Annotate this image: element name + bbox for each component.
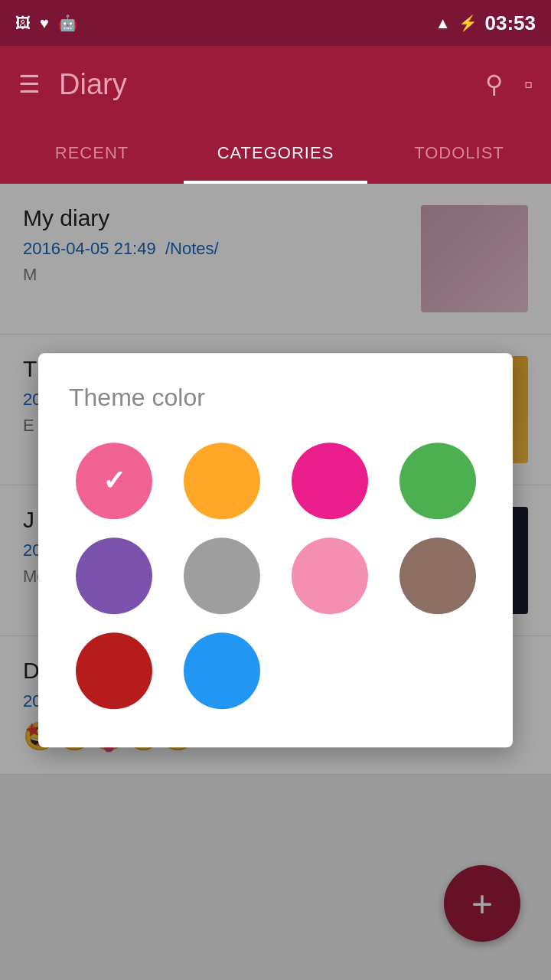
tab-categories[interactable]: CATEGORIES <box>184 122 367 184</box>
color-option-dark-red[interactable] <box>76 632 152 709</box>
tab-todolist[interactable]: TODOLIST <box>367 122 551 184</box>
robot-icon: 🤖 <box>58 14 77 32</box>
color-option-purple[interactable] <box>76 537 152 614</box>
tab-recent[interactable]: RECENT <box>0 122 184 184</box>
status-bar: 🖼 ♥ 🤖 ▲ ⚡ 03:53 <box>0 0 551 46</box>
app-title: Diary <box>59 68 127 101</box>
signal-icon: ▲ <box>435 15 451 32</box>
color-option-green[interactable] <box>399 443 476 519</box>
flash-icon: ⚡ <box>458 14 478 32</box>
color-option-orange[interactable] <box>184 443 260 519</box>
dialog-title: Theme color <box>69 384 482 412</box>
app-bar-right: ⚲ ▫ <box>485 70 533 99</box>
menu-icon[interactable]: ☰ <box>18 70 41 99</box>
main-content: My diary 2016-04-05 21:49 /Notes/ M T 20… <box>0 184 551 980</box>
color-grid: ✓ <box>69 443 482 709</box>
color-option-pink[interactable]: ✓ <box>76 443 152 519</box>
status-bar-left-icons: 🖼 ♥ 🤖 <box>15 14 77 32</box>
app-bar-left: ☰ Diary <box>18 68 127 101</box>
color-option-gray[interactable] <box>184 537 260 614</box>
status-bar-right-icons: ▲ ⚡ 03:53 <box>435 11 536 35</box>
app-bar: ☰ Diary ⚲ ▫ <box>0 46 551 122</box>
color-option-hot-pink[interactable] <box>292 443 368 519</box>
search-icon[interactable]: ⚲ <box>485 70 503 99</box>
tab-bar: RECENT CATEGORIES TODOLIST <box>0 122 551 184</box>
grid-icon[interactable]: ▫ <box>524 70 533 99</box>
time-display: 03:53 <box>485 11 536 35</box>
theme-color-dialog: Theme color ✓ <box>38 353 513 747</box>
image-icon: 🖼 <box>15 15 31 32</box>
color-option-blue[interactable] <box>184 632 260 709</box>
selected-checkmark: ✓ <box>103 465 126 497</box>
heart-icon: ♥ <box>40 15 49 32</box>
color-placeholder-2 <box>399 632 476 709</box>
color-option-light-pink[interactable] <box>292 537 368 614</box>
color-option-brown[interactable] <box>399 537 476 614</box>
color-placeholder-1 <box>292 632 368 709</box>
